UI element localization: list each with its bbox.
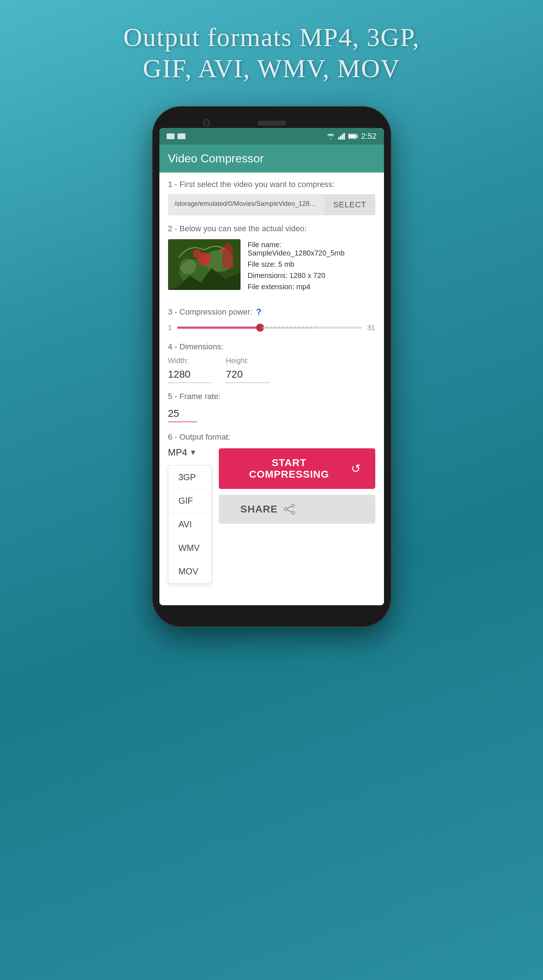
slider-max: 31: [367, 324, 375, 332]
format-options-dropdown: 3GP GIF AVI WMV MOV: [168, 465, 211, 584]
height-input[interactable]: [226, 366, 270, 383]
svg-point-12: [193, 249, 202, 258]
format-option-3gp[interactable]: 3GP: [168, 466, 211, 489]
status-left-icons: [167, 134, 186, 139]
output-format-row: MP4 ▼: [168, 447, 211, 458]
width-input[interactable]: [168, 366, 211, 383]
notification-icon2: [178, 134, 186, 139]
signal-icon: [338, 133, 345, 140]
slider-dots: [260, 326, 362, 329]
format-option-mov[interactable]: MOV: [168, 560, 211, 583]
selected-format: MP4: [168, 447, 187, 458]
format-option-gif[interactable]: GIF: [168, 489, 211, 513]
svg-line-18: [287, 506, 292, 509]
framerate-label: 5 - Frame rate:: [168, 392, 375, 401]
help-icon[interactable]: ?: [256, 307, 262, 317]
file-name-item: File name: SampleVideo_1280x720_5mb: [248, 241, 375, 257]
compression-label: 3 - Compression power: ?: [168, 307, 375, 317]
phone-shell: 2:52 Video Compressor 1 - First select t…: [152, 106, 391, 627]
status-right: 2:52: [326, 132, 377, 141]
share-label: SHARE: [241, 503, 278, 515]
status-bar: 2:52: [159, 128, 384, 145]
format-select[interactable]: MP4 ▼: [168, 447, 197, 458]
svg-line-19: [287, 510, 292, 512]
start-compress-label: START COMPRESSING: [233, 457, 345, 480]
refresh-icon: ↺: [351, 462, 361, 476]
svg-rect-5: [357, 135, 358, 137]
app-bar: Video Compressor: [159, 145, 384, 172]
svg-rect-3: [343, 133, 345, 140]
content-area: 1 - First select the video you want to c…: [159, 172, 384, 605]
extension-item: File extension: mp4: [248, 283, 375, 291]
output-format-label: 6 - Output format:: [168, 433, 375, 442]
phone-bottom: [159, 605, 384, 616]
svg-point-17: [292, 511, 294, 514]
svg-rect-2: [341, 134, 343, 140]
start-compress-button[interactable]: START COMPRESSING ↺: [219, 448, 375, 489]
battery-icon: [348, 134, 358, 139]
framerate-input[interactable]: [168, 406, 197, 422]
page-title: Output formats MP4, 3GP, GIF, AVI, WMV, …: [102, 22, 441, 84]
svg-rect-1: [340, 136, 341, 140]
dimensions-section-label: 4 - Dimensions:: [168, 342, 375, 352]
phone-screen: 2:52 Video Compressor 1 - First select t…: [159, 128, 384, 605]
title-line1: Output formats MP4, 3GP,: [123, 23, 419, 52]
dimensions-item: Dimensions: 1280 x 720: [248, 272, 375, 280]
wifi-icon: [326, 133, 335, 140]
format-option-avi[interactable]: AVI: [168, 513, 211, 536]
select-button[interactable]: SELECT: [325, 194, 375, 215]
slider-track[interactable]: [177, 326, 362, 329]
video-meta: File name: SampleVideo_1280x720_5mb File…: [248, 239, 375, 291]
dropdown-arrow-icon: ▼: [189, 448, 197, 457]
file-select-row: /storage/emulated/0/Movies/SampleVideo_1…: [168, 194, 375, 215]
step2-label: 2 - Below you can see the actual video:: [168, 224, 375, 234]
svg-point-14: [180, 258, 196, 274]
phone-camera: [203, 119, 210, 126]
file-path-display: /storage/emulated/0/Movies/SampleVideo_1…: [168, 194, 325, 215]
svg-point-15: [292, 504, 294, 507]
framerate-row: [168, 406, 375, 422]
status-time: 2:52: [361, 132, 377, 141]
slider-row: 1: [168, 324, 375, 332]
video-thumbnail: [168, 239, 241, 290]
step1-label: 1 - First select the video you want to c…: [168, 180, 375, 189]
width-field: Width:: [168, 356, 211, 383]
dimensions-row: Width: Height:: [168, 356, 375, 383]
slider-min: 1: [168, 324, 172, 332]
notification-icon1: [167, 134, 175, 139]
height-label: Height:: [226, 356, 270, 365]
phone-top-bar: [159, 117, 384, 128]
slider-fill: [177, 326, 260, 329]
width-label: Width:: [168, 356, 211, 365]
format-option-wmv[interactable]: WMV: [168, 536, 211, 560]
title-line2: GIF, AVI, WMV, MOV: [143, 54, 400, 83]
height-field: Height:: [226, 356, 270, 383]
share-icon: [284, 503, 295, 515]
video-info-row: File name: SampleVideo_1280x720_5mb File…: [168, 239, 375, 291]
app-bar-title: Video Compressor: [168, 152, 264, 165]
phone-speaker: [257, 121, 286, 126]
svg-rect-6: [348, 134, 356, 138]
share-button[interactable]: SHARE: [219, 495, 375, 524]
svg-point-16: [284, 508, 287, 511]
svg-rect-0: [338, 137, 340, 140]
file-size-item: File size: 5 mb: [248, 260, 375, 269]
